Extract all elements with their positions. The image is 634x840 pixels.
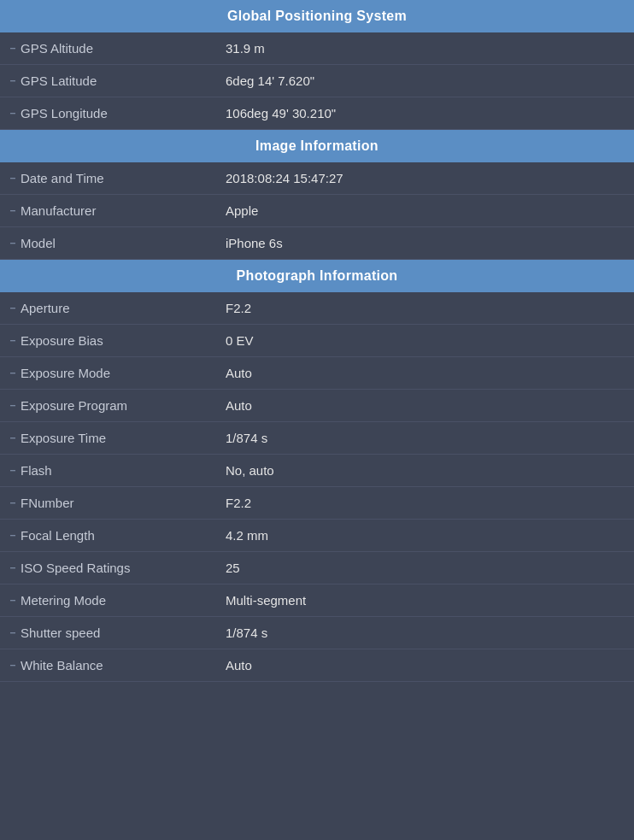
row-label: GPS Latitude xyxy=(21,73,208,88)
row-label: Model xyxy=(21,236,208,250)
table-row: Focal Length4.2 mm xyxy=(0,520,634,552)
row-label: Exposure Mode xyxy=(21,366,208,380)
table-row: ApertureF2.2 xyxy=(0,292,634,325)
table-row: Exposure ProgramAuto xyxy=(0,390,634,422)
row-value: No, auto xyxy=(208,463,620,478)
table-row: Shutter speed1/874 s xyxy=(0,617,634,649)
row-value: Multi-segment xyxy=(208,593,620,608)
table-row: GPS Longitude106deg 49' 30.210" xyxy=(0,97,634,130)
row-label: Exposure Program xyxy=(21,398,208,413)
table-row: GPS Altitude31.9 m xyxy=(0,32,634,65)
metadata-container: Global Positioning SystemGPS Altitude31.… xyxy=(0,0,634,682)
row-value: 2018:08:24 15:47:27 xyxy=(208,171,620,185)
table-row: Metering ModeMulti-segment xyxy=(0,584,634,617)
row-label: GPS Longitude xyxy=(21,106,208,120)
row-label: Exposure Bias xyxy=(21,333,208,348)
row-value: F2.2 xyxy=(208,496,620,510)
row-value: 25 xyxy=(208,561,620,575)
table-row: ManufacturerApple xyxy=(0,195,634,227)
row-label: White Balance xyxy=(21,658,208,673)
row-value: 6deg 14' 7.620" xyxy=(208,73,620,88)
table-row: Exposure ModeAuto xyxy=(0,357,634,390)
table-row: ModeliPhone 6s xyxy=(0,227,634,260)
row-label: Date and Time xyxy=(21,171,208,185)
row-label: Flash xyxy=(21,463,208,478)
row-value: iPhone 6s xyxy=(208,236,620,250)
row-value: Auto xyxy=(208,658,620,673)
table-row: GPS Latitude6deg 14' 7.620" xyxy=(0,65,634,97)
row-label: Shutter speed xyxy=(21,626,208,640)
row-label: Manufacturer xyxy=(21,203,208,218)
row-label: Focal Length xyxy=(21,528,208,543)
table-row: FNumberF2.2 xyxy=(0,487,634,520)
row-value: 0 EV xyxy=(208,333,620,348)
table-row: ISO Speed Ratings25 xyxy=(0,552,634,584)
row-value: F2.2 xyxy=(208,301,620,315)
row-label: FNumber xyxy=(21,496,208,510)
row-value: 4.2 mm xyxy=(208,528,620,543)
row-value: 1/874 s xyxy=(208,431,620,445)
row-value: 106deg 49' 30.210" xyxy=(208,106,620,120)
row-value: 1/874 s xyxy=(208,626,620,640)
row-value: Auto xyxy=(208,366,620,380)
table-row: White BalanceAuto xyxy=(0,649,634,682)
row-label: Exposure Time xyxy=(21,431,208,445)
row-label: ISO Speed Ratings xyxy=(21,561,208,575)
table-row: FlashNo, auto xyxy=(0,455,634,487)
row-label: Metering Mode xyxy=(21,593,208,608)
table-row: Date and Time2018:08:24 15:47:27 xyxy=(0,162,634,195)
section-header-image: Image Information xyxy=(0,130,634,162)
row-label: GPS Altitude xyxy=(21,41,208,56)
row-value: Auto xyxy=(208,398,620,413)
row-label: Aperture xyxy=(21,301,208,315)
row-value: 31.9 m xyxy=(208,41,620,56)
table-row: Exposure Time1/874 s xyxy=(0,422,634,455)
row-value: Apple xyxy=(208,203,620,218)
section-header-gps: Global Positioning System xyxy=(0,0,634,32)
section-header-photo: Photograph Information xyxy=(0,260,634,292)
table-row: Exposure Bias0 EV xyxy=(0,325,634,357)
